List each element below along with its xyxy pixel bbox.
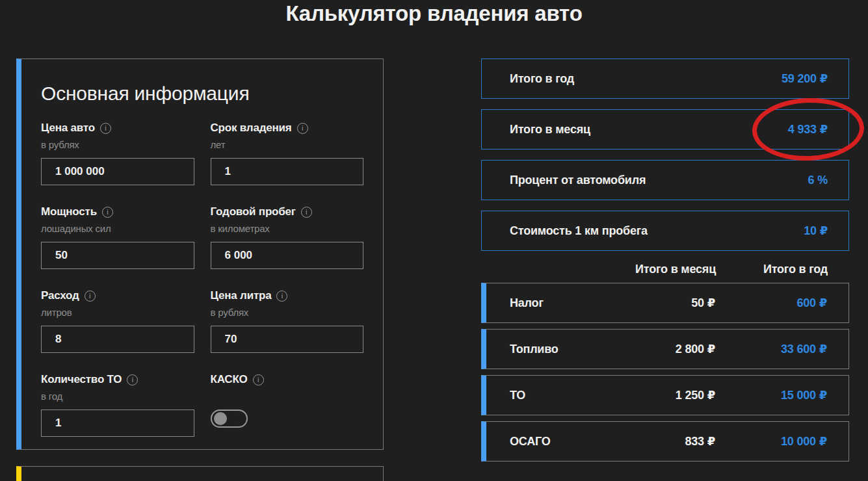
- field-label: Количество ТО i: [41, 373, 194, 386]
- cost-month-value: 1 250 ₽: [605, 388, 715, 402]
- field-label: Срок владения i: [211, 122, 364, 135]
- car-ownership-calculator-page: Калькулятор владения авто Основная инфор…: [0, 0, 868, 481]
- summary-label: Итого в год: [510, 72, 574, 86]
- summary-value: 4 933 ₽: [788, 122, 828, 136]
- cost-row-maintenance: ТО 1 250 ₽ 15 000 ₽: [481, 375, 849, 415]
- basic-info-heading: Основная информация: [41, 83, 363, 105]
- summary-value: 10 ₽: [804, 224, 828, 238]
- cost-row-tax: Налог 50 ₽ 600 ₽: [481, 283, 849, 323]
- cost-label: Топливо: [510, 343, 605, 356]
- power-input[interactable]: [41, 242, 194, 269]
- field-sublabel: в километрах: [211, 223, 364, 235]
- field-label-text: Количество ТО: [41, 373, 122, 386]
- cost-label: ТО: [510, 389, 605, 402]
- maintenance-count-input[interactable]: [41, 410, 194, 437]
- field-label-text: Цена литра: [211, 289, 272, 302]
- field-kasko: КАСКО i: [211, 373, 364, 437]
- fuel-consumption-input[interactable]: [41, 326, 194, 353]
- kasko-toggle-knob: [214, 412, 227, 425]
- cost-label: ОСАГО: [510, 435, 605, 448]
- field-label-text: КАСКО: [211, 373, 248, 386]
- results-column: Итого в год 59 200 ₽ Итого в месяц 4 933…: [481, 58, 849, 462]
- field-sublabel: лет: [211, 139, 364, 151]
- field-fuel-consumption: Расход i литров: [41, 289, 194, 353]
- cost-year-value: 33 600 ₽: [715, 342, 827, 356]
- field-sublabel: в год: [41, 391, 194, 402]
- info-icon[interactable]: i: [100, 123, 111, 134]
- field-label-text: Цена авто: [41, 122, 95, 135]
- field-label: Цена литра i: [211, 289, 364, 302]
- car-price-input[interactable]: [41, 158, 194, 185]
- field-annual-mileage: Годовой пробег i в километрах: [211, 205, 364, 269]
- field-car-price: Цена авто i в рублях: [41, 122, 194, 185]
- annual-mileage-input[interactable]: [211, 242, 364, 269]
- basic-info-panel: Основная информация Цена авто i в рублях…: [16, 58, 384, 450]
- field-ownership-term: Срок владения i лет: [211, 122, 364, 185]
- page-title: Калькулятор владения авто: [0, 1, 868, 26]
- summary-label: Процент от автомобиля: [510, 174, 646, 187]
- field-label: Годовой пробег i: [211, 205, 364, 218]
- field-label: Цена авто i: [41, 122, 194, 135]
- field-label-text: Годовой пробег: [211, 205, 296, 218]
- cost-label: Налог: [510, 296, 605, 310]
- info-icon[interactable]: i: [85, 291, 96, 302]
- field-power: Мощность i лошадиных сил: [41, 205, 194, 269]
- field-label: Расход i: [41, 289, 194, 302]
- info-icon[interactable]: i: [297, 123, 308, 134]
- kasko-toggle[interactable]: [211, 410, 248, 428]
- field-sublabel: в рублях: [41, 139, 194, 151]
- field-liter-price: Цена литра i в рублях: [211, 289, 364, 353]
- field-label: Мощность i: [41, 205, 194, 218]
- field-maintenance-count: Количество ТО i в год: [41, 373, 194, 437]
- cost-month-value: 2 800 ₽: [605, 342, 715, 356]
- field-label-text: Расход: [41, 289, 79, 302]
- cost-table-header: Итого в месяц Итого в год: [481, 261, 849, 277]
- field-label: КАСКО i: [211, 373, 364, 386]
- summary-value: 6 %: [808, 174, 828, 187]
- field-label-text: Мощность: [41, 205, 97, 218]
- info-icon[interactable]: i: [127, 374, 138, 385]
- secondary-panel: [16, 466, 384, 481]
- cost-month-value: 50 ₽: [605, 296, 715, 310]
- liter-price-input[interactable]: [211, 326, 364, 353]
- cost-row-fuel: Топливо 2 800 ₽ 33 600 ₽: [481, 329, 849, 369]
- cost-year-value: 15 000 ₽: [715, 388, 827, 402]
- cost-year-value: 600 ₽: [715, 296, 827, 310]
- cost-row-osago: ОСАГО 833 ₽ 10 000 ₽: [481, 421, 849, 462]
- header-year: Итого в год: [716, 263, 828, 276]
- info-icon[interactable]: i: [253, 374, 264, 385]
- field-sublabel: лошадиных сил: [41, 223, 194, 235]
- summary-label: Стоимость 1 км пробега: [510, 224, 648, 238]
- info-icon[interactable]: i: [276, 291, 287, 302]
- cost-year-value: 10 000 ₽: [715, 434, 827, 448]
- field-sublabel: в рублях: [211, 307, 364, 318]
- info-icon[interactable]: i: [102, 207, 113, 218]
- summary-total-year: Итого в год 59 200 ₽: [481, 58, 849, 99]
- summary-percent-of-car: Процент от автомобиля 6 %: [481, 160, 849, 200]
- header-month: Итого в месяц: [605, 263, 716, 276]
- summary-cost-per-km: Стоимость 1 км пробега 10 ₽: [481, 211, 849, 251]
- info-icon[interactable]: i: [301, 207, 312, 218]
- field-label-text: Срок владения: [211, 122, 292, 135]
- summary-label: Итого в месяц: [510, 123, 590, 136]
- summary-value: 59 200 ₽: [782, 72, 828, 86]
- field-sublabel: литров: [41, 307, 194, 318]
- cost-month-value: 833 ₽: [605, 434, 715, 448]
- summary-total-month: Итого в месяц 4 933 ₽: [481, 109, 849, 150]
- ownership-term-input[interactable]: [211, 158, 364, 185]
